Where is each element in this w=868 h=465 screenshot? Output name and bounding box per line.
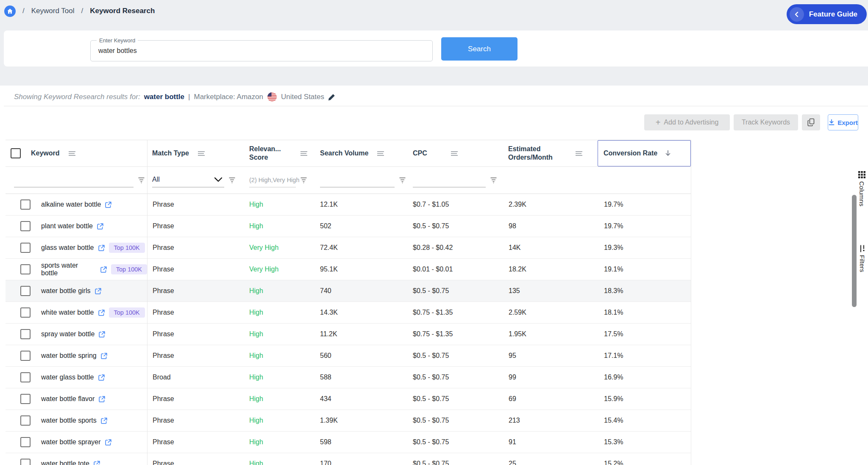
row-checkbox[interactable] (20, 351, 31, 361)
columns-panel-tab[interactable]: Columns (858, 181, 865, 206)
orders-column-menu-icon[interactable] (575, 151, 583, 156)
external-link-icon[interactable] (98, 309, 105, 316)
cpc-cell: $0.01 - $0.01 (407, 259, 502, 280)
row-checkbox[interactable] (20, 243, 31, 253)
vertical-scrollbar-thumb[interactable] (852, 195, 857, 307)
external-link-icon[interactable] (98, 374, 105, 381)
row-checkbox[interactable] (20, 459, 31, 465)
cpc-filter-input[interactable] (413, 173, 486, 188)
row-checkbox[interactable] (20, 437, 31, 447)
table-row[interactable]: water glass bottle Broad High 588 $0.5 -… (6, 367, 691, 388)
match-type-cell: Phrase (147, 410, 242, 431)
header-cpc[interactable]: CPC (413, 149, 427, 157)
keyword-link[interactable]: water bottle sports (41, 417, 97, 424)
row-checkbox[interactable] (20, 307, 31, 318)
keyword-column-menu-icon[interactable] (68, 151, 76, 156)
table-row[interactable]: water bottle sports Phrase High 1.39K $0… (6, 410, 691, 432)
export-button[interactable]: Export (828, 114, 858, 130)
keyword-link[interactable]: water bottle girls (41, 287, 91, 295)
filters-panel-tab[interactable]: Filters (859, 255, 866, 272)
breadcrumb-separator: / (81, 7, 83, 15)
conversion-rate-cell: 15.4% (598, 410, 691, 431)
select-all-checkbox[interactable] (11, 148, 21, 158)
header-keyword[interactable]: Keyword (31, 149, 60, 157)
external-link-icon[interactable] (93, 460, 100, 465)
table-row[interactable]: sports water bottle Top 100K Phrase Very… (6, 259, 691, 280)
keyword-link[interactable]: water bottle spring (41, 352, 97, 360)
external-link-icon[interactable] (97, 223, 104, 230)
keyword-link[interactable]: sports water bottle (41, 262, 96, 277)
table-row[interactable]: water bottle spring Phrase High 560 $0.5… (6, 345, 691, 367)
external-link-icon[interactable] (105, 201, 112, 208)
estimated-orders-cell: 98 (502, 216, 598, 237)
add-to-advertising-button[interactable]: + Add to Advertising (644, 114, 730, 130)
keyword-link[interactable]: water bottle sprayer (41, 438, 101, 446)
keyword-link[interactable]: glass water bottle (41, 244, 94, 252)
header-conversion-rate[interactable]: Conversion Rate (604, 149, 657, 157)
row-checkbox[interactable] (20, 286, 31, 296)
row-checkbox[interactable] (20, 221, 31, 231)
table-row[interactable]: water bottle girls Phrase High 740 $0.5 … (6, 280, 691, 302)
keyword-filter-input[interactable] (14, 173, 134, 188)
keyword-link[interactable]: water glass bottle (41, 374, 94, 381)
keyword-link[interactable]: water bottle tote (41, 460, 89, 465)
external-link-icon[interactable] (100, 352, 108, 360)
copy-button[interactable] (802, 114, 820, 130)
table-row[interactable]: white water bottle Top 100K Phrase High … (6, 302, 691, 324)
match-type-filter-icon[interactable] (228, 177, 236, 183)
external-link-icon[interactable] (98, 396, 106, 403)
home-button[interactable] (4, 6, 16, 17)
external-link-icon[interactable] (100, 266, 107, 273)
table-row[interactable]: plant water bottle Phrase High 502 $0.5 … (6, 216, 691, 237)
table-row[interactable]: alkaline water bottle Phrase High 12.1K … (6, 194, 691, 216)
keyword-link[interactable]: water bottle flavor (41, 395, 95, 403)
external-link-icon[interactable] (105, 439, 112, 446)
relevance-score-cell: High (242, 302, 316, 323)
keyword-link[interactable]: alkaline water bottle (41, 201, 101, 208)
columns-grid-icon[interactable] (858, 171, 865, 178)
keyword-filter-icon[interactable] (138, 177, 145, 183)
cpc-column-menu-icon[interactable] (451, 151, 458, 156)
keyword-link[interactable]: spray water bottle (41, 330, 95, 338)
table-row[interactable]: water bottle flavor Phrase High 434 $0.5… (6, 388, 691, 410)
keyword-search-input[interactable] (97, 41, 426, 61)
row-checkbox[interactable] (20, 394, 31, 404)
search-button[interactable]: Search (441, 37, 517, 61)
header-match-type[interactable]: Match Type (152, 149, 189, 157)
volume-column-menu-icon[interactable] (377, 151, 384, 156)
cpc-filter-icon[interactable] (490, 177, 497, 183)
search-volume-filter-icon[interactable] (399, 177, 406, 183)
relevance-column-menu-icon[interactable] (300, 151, 308, 156)
estimated-orders-cell: 95 (502, 345, 598, 366)
table-row[interactable]: glass water bottle Top 100K Phrase Very … (6, 237, 691, 259)
external-link-icon[interactable] (100, 417, 108, 424)
table-row[interactable]: spray water bottle Phrase High 11.2K $0.… (6, 324, 691, 345)
header-search-volume[interactable]: Search Volume (320, 149, 368, 157)
external-link-icon[interactable] (98, 331, 106, 338)
keyword-link[interactable]: plant water bottle (41, 222, 93, 230)
header-estimated-orders[interactable]: Estimated Orders/Month (508, 145, 558, 162)
filters-sliders-icon[interactable] (859, 245, 866, 252)
match-type-column-menu-icon[interactable] (198, 151, 205, 156)
table-row[interactable]: water bottle tote Phrase High 170 $0.5 -… (6, 453, 691, 465)
keyword-link[interactable]: white water bottle (41, 309, 94, 316)
feature-guide-button[interactable]: Feature Guide (787, 4, 867, 24)
relevance-filter-input[interactable]: (2) High,Very High (249, 173, 296, 188)
row-checkbox[interactable] (20, 415, 31, 426)
external-link-icon[interactable] (98, 244, 105, 252)
relevance-filter-icon[interactable] (300, 177, 307, 183)
row-checkbox[interactable] (20, 329, 31, 339)
row-checkbox[interactable] (20, 372, 31, 382)
row-checkbox[interactable] (20, 199, 31, 210)
header-relevance-score[interactable]: Relevan... Score (249, 145, 292, 162)
match-type-filter-select[interactable]: All (152, 173, 224, 188)
row-checkbox[interactable] (20, 264, 31, 274)
external-link-icon[interactable] (95, 288, 102, 295)
track-keywords-button[interactable]: Track Keywords (734, 114, 798, 130)
search-volume-filter-input[interactable] (320, 173, 395, 188)
edit-marketplace-icon[interactable] (328, 94, 335, 101)
sort-descending-icon[interactable] (664, 149, 672, 157)
breadcrumb-keyword-tool[interactable]: Keyword Tool (31, 7, 75, 15)
table-row[interactable]: water bottle sprayer Phrase High 598 $0.… (6, 432, 691, 453)
conversion-rate-header-cell[interactable]: Conversion Rate (598, 140, 691, 166)
